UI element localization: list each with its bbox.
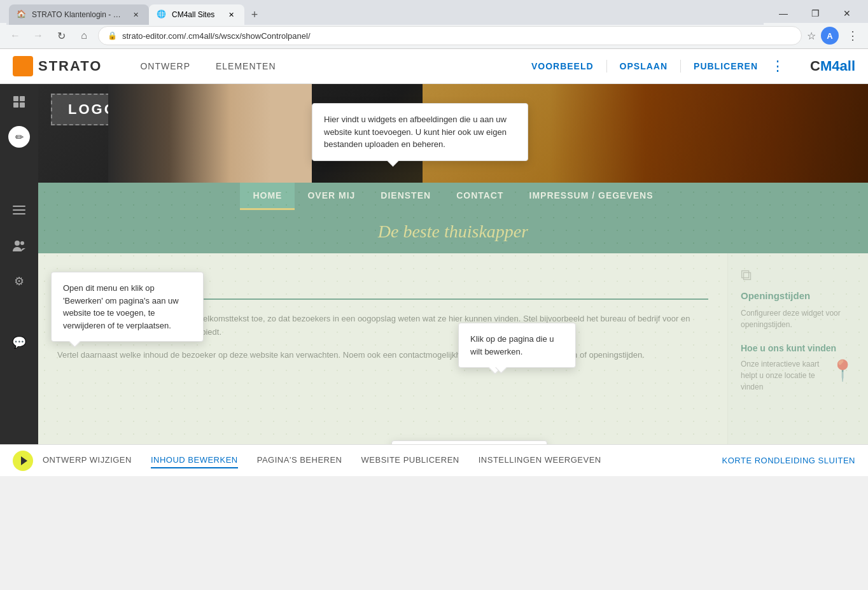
strato-square [13, 56, 33, 76]
sidebar-widget-copy-icon: ⧉ [741, 266, 855, 284]
back-button[interactable]: ← [6, 27, 24, 45]
toolbar-voorbeeld[interactable]: VOORBEELD [531, 61, 594, 71]
preview-area[interactable]: LOGO Hier vindt u widgets en afbeeldinge… [38, 84, 868, 444]
tagline-text: De beste thuiskapper [50, 221, 857, 242]
tooltip-contact: Klik op de pagina die u wilt bewerken. [458, 323, 576, 368]
sidebar-users-button[interactable] [8, 234, 31, 257]
tooltip-contact-text: Klik op de pagina die u wilt bewerken. [470, 334, 554, 356]
nav-over-mij[interactable]: OVER MIJ [295, 183, 368, 210]
svg-rect-6 [13, 213, 25, 214]
sidebar-map-text: Onze interactieve kaart helpt u onze loc… [741, 358, 830, 393]
url-text: strato-editor.com/.cm4all/s/wscx/showCon… [122, 31, 792, 41]
bottom-paginas[interactable]: PAGINA'S BEHEREN [257, 453, 342, 468]
refresh-button[interactable]: ↻ [52, 27, 70, 45]
toolbar-more-button[interactable]: ⋮ [771, 58, 785, 74]
toolbar-divider-2 [680, 60, 681, 73]
cm4all-c: C [810, 58, 820, 74]
bottom-rondleiding[interactable]: KORTE RONDLEIDING SLUITEN [722, 456, 855, 465]
bookmark-button[interactable]: ☆ [807, 30, 816, 42]
left-sidebar: ✏ ⚙ 💬 [0, 84, 38, 444]
svg-rect-2 [13, 102, 18, 108]
nav-elementen[interactable]: ELEMENTEN [216, 59, 276, 74]
bottom-inhoud[interactable]: INHOUD BEWERKEN [151, 453, 238, 468]
browser-menu-button[interactable]: ⋮ [844, 27, 862, 45]
play-button[interactable] [13, 451, 33, 471]
tooltip-elementen-text: Hier vindt u widgets en afbeeldingen die… [324, 115, 507, 149]
bottom-ontwerp[interactable]: ONTWERP WIJZIGEN [43, 453, 132, 468]
tooltip-elementen: Hier vindt u widgets en afbeeldingen die… [312, 103, 528, 161]
tab-cm4all[interactable]: 🌐 CM4all Sites ✕ [149, 4, 244, 25]
lock-icon: 🔒 [108, 31, 117, 40]
sidebar-map-container: Onze interactieve kaart helpt u onze loc… [741, 358, 855, 393]
nav-impressum[interactable]: IMPRESSUM / GEGEVENS [517, 183, 666, 210]
new-tab-button[interactable]: + [244, 4, 265, 25]
bottom-instellingen[interactable]: INSTELLINGEN WEERGEVEN [479, 453, 601, 468]
tab-title-2: CM4all Sites [172, 10, 220, 19]
website-frame: LOGO Hier vindt u widgets en afbeeldinge… [38, 84, 868, 444]
bottom-publiceren[interactable]: WEBSITE PUBLICEREN [361, 453, 459, 468]
maximize-button[interactable]: ❐ [801, 4, 830, 22]
header-hair-overlay [550, 84, 868, 183]
sidebar-lines-button[interactable] [8, 199, 31, 221]
map-pin-icon: 📍 [830, 358, 855, 383]
play-icon [21, 456, 27, 465]
url-bar[interactable]: 🔒 strato-editor.com/.cm4all/s/wscx/showC… [98, 26, 802, 45]
sidebar-opening-title: Openingstijden [741, 290, 855, 301]
forward-button[interactable]: → [29, 27, 47, 45]
svg-rect-4 [13, 206, 25, 207]
nav-bar: HOME OVER MIJ DIENSTEN CONTACT IMPRESSUM… [38, 183, 868, 210]
strato-text: STRATO [38, 58, 102, 74]
tagline-section: De beste thuiskapper [38, 210, 868, 253]
nav-home[interactable]: HOME [240, 183, 295, 210]
nav-diensten[interactable]: DIENSTEN [368, 183, 444, 210]
nav-contact[interactable]: CONTACT [444, 183, 516, 210]
toolbar-opslaan[interactable]: OPSLAAN [620, 61, 668, 71]
svg-point-7 [15, 241, 20, 246]
tooltip-pages-text: Open dit menu en klik op 'Bewerken' om p… [63, 283, 179, 330]
strato-logo: STRATO [13, 56, 102, 76]
content-sidebar: ⧉ Openingstijden Configureer deze widget… [728, 253, 868, 444]
nav-items: HOME OVER MIJ DIENSTEN CONTACT IMPRESSUM… [240, 183, 666, 210]
svg-rect-1 [20, 96, 25, 101]
tab-close-2[interactable]: ✕ [225, 9, 237, 20]
profile-button[interactable]: A [821, 27, 839, 45]
nav-ontwerp[interactable]: ONTWERP [140, 59, 190, 74]
tab-close-1[interactable]: ✕ [130, 9, 141, 20]
bottom-toolbar: ONTWERP WIJZIGEN INHOUD BEWERKEN PAGINA'… [0, 444, 868, 476]
header-face-bg [108, 84, 312, 183]
toolbar-divider-1 [606, 60, 607, 73]
svg-rect-5 [13, 209, 25, 211]
tooltip-pages: Open dit menu en klik op 'Bewerken' om p… [51, 272, 204, 342]
sidebar-map-title: Hoe u ons kunt vinden [741, 343, 855, 353]
svg-rect-3 [20, 102, 25, 108]
sidebar-gear-button[interactable]: ⚙ [8, 270, 31, 293]
cm4all-m4all: M4all [820, 58, 855, 74]
toolbar-publiceren[interactable]: PUBLICEREN [694, 61, 758, 71]
svg-rect-0 [13, 96, 18, 101]
sidebar-opening-text: Configureer deze widget voor openingstij… [741, 307, 855, 330]
tab-favicon-1: 🏠 [17, 10, 27, 20]
tooltip-text-edit: Klik op de tekst die u wilt bewerken. Pl… [391, 440, 547, 444]
svg-point-8 [20, 241, 24, 245]
tab-title-1: STRATO Klantenlogin - Overzicht [32, 10, 125, 19]
bottom-nav: ONTWERP WIJZIGEN INHOUD BEWERKEN PAGINA'… [43, 453, 722, 468]
tab-favicon-2: 🌐 [157, 10, 167, 20]
home-button[interactable]: ⌂ [75, 27, 93, 45]
cm4all-logo: CM4all [810, 58, 855, 74]
tab-strato[interactable]: 🏠 STRATO Klantenlogin - Overzicht ✕ [9, 4, 149, 25]
sidebar-pencil-button[interactable]: ✏ [8, 126, 30, 148]
minimize-button[interactable]: — [769, 4, 798, 22]
content-paragraph-2: Vertel daarnaast welke inhoud de bezoeke… [57, 349, 708, 362]
sidebar-grid-button[interactable] [8, 90, 31, 113]
close-button[interactable]: ✕ [832, 4, 862, 22]
sidebar-chat-button[interactable]: 💬 [8, 331, 31, 354]
